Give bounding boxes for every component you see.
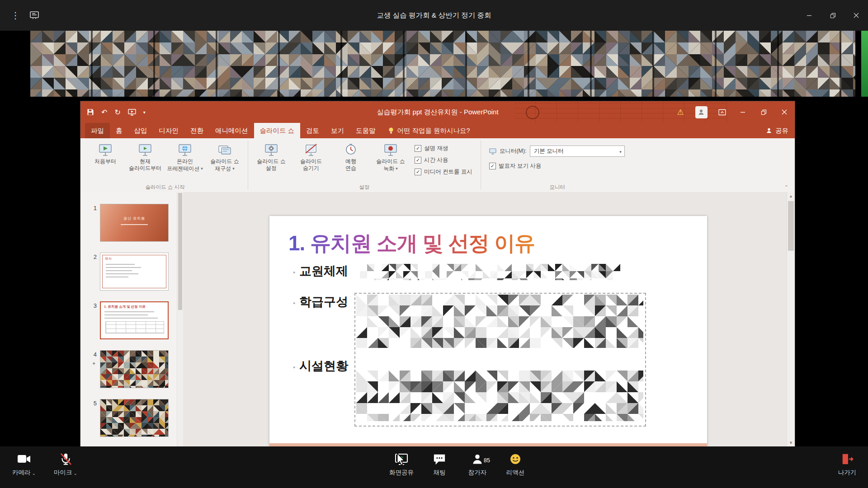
tab-review[interactable]: 검토 [300, 123, 325, 138]
thumbnail-textline [106, 270, 132, 271]
monitor-dropdown[interactable]: 기본 모니터 [530, 145, 625, 157]
present-online-icon [178, 142, 192, 158]
dropdown-arrow-icon [619, 148, 622, 155]
thumbnail-textline [106, 264, 135, 265]
from-beginning-button[interactable]: 처음부터 [86, 141, 125, 165]
slide-thumbnail-5[interactable] [100, 399, 169, 437]
checkbox-use-timings[interactable]: 시간 사용 [415, 156, 472, 164]
save-icon[interactable] [87, 108, 94, 116]
tab-file[interactable]: 파일 [85, 123, 110, 138]
present-online-button[interactable]: 온라인 프레젠테이션 [165, 141, 204, 172]
thumbnail-textline [104, 318, 158, 319]
slide-thumbnail-3[interactable]: 1. 유치원 소개 및 선정 이유 [100, 301, 169, 339]
slide-canvas[interactable]: 1. 유치원 소개 및 선정 이유 • 교원체제 • 학급구성 • 시설현황 ▲ [183, 192, 795, 446]
chevron-down-icon[interactable] [32, 469, 36, 476]
reactions-button[interactable]: 리액션 [496, 452, 534, 477]
tab-home[interactable]: 홈 [110, 123, 128, 138]
tab-insert[interactable]: 삽입 [128, 123, 153, 138]
participants-button[interactable]: 85 참가자 [458, 452, 496, 477]
leave-button[interactable]: 나가기 [831, 452, 863, 477]
tell-me-search[interactable]: 어떤 작업을 원하시나요? [382, 123, 476, 138]
from-current-slide-button[interactable]: 현재 슬라이드부터 [126, 141, 165, 172]
slide-bullet-1[interactable]: 교원체제 [299, 263, 348, 279]
bullet-marker: • [293, 268, 295, 276]
thumbnail-textline [106, 273, 138, 274]
group-label-start: 슬라이드 쇼 시작 [83, 183, 247, 192]
scroll-up-icon[interactable]: ▲ [787, 192, 795, 200]
monitor-icon [489, 148, 496, 155]
checkbox-show-media-controls[interactable]: 미디어 컨트롤 표시 [415, 168, 472, 176]
customize-qat-icon[interactable]: ▾ [143, 110, 146, 115]
tab-design[interactable]: 디자인 [153, 123, 185, 138]
participants-icon [471, 452, 484, 466]
share-button[interactable]: 공유 [766, 123, 788, 138]
tab-transitions[interactable]: 전환 [184, 123, 209, 138]
ppt-minimize-button[interactable] [732, 101, 753, 123]
slide-bullet-3[interactable]: 시설현황 [299, 358, 348, 374]
record-slideshow-icon [383, 142, 398, 158]
censored-content [356, 371, 643, 421]
setup-slideshow-button[interactable]: 슬라이드 쇼 설정 [252, 141, 291, 172]
ribbon-slideshow: 처음부터 현재 슬라이드부터 온라인 프레젠테이션 [80, 138, 795, 192]
close-button[interactable] [844, 0, 868, 31]
scrollbar-thumb[interactable] [788, 201, 794, 251]
share-screen-button[interactable]: 화면공유 [382, 452, 420, 477]
slide-editing-area[interactable]: 1. 유치원 소개 및 선정 이유 • 교원체제 • 학급구성 • 시설현황 [269, 216, 707, 446]
whiteboard-icon[interactable] [30, 11, 39, 19]
slide-number: 4✶ [80, 350, 100, 388]
ppt-close-button[interactable] [774, 101, 795, 123]
censored-table-selection[interactable] [354, 293, 646, 427]
slide-row-1: 1 경산 유치원 [80, 204, 183, 242]
bullet-marker: • [293, 299, 295, 307]
ribbon-display-options-icon[interactable] [712, 101, 732, 123]
warning-icon[interactable]: ⚠ [670, 101, 691, 123]
mic-button-muted[interactable]: 마이크 [48, 452, 83, 477]
account-avatar[interactable] [691, 101, 712, 123]
slide-title[interactable]: 1. 유치원 소개 및 선정 이유 [288, 230, 535, 258]
hide-slide-button[interactable]: 슬라이드 숨기기 [292, 141, 330, 172]
scroll-down-icon[interactable]: ▼ [787, 439, 795, 446]
dropdown-arrow-icon [396, 165, 398, 172]
undo-icon[interactable]: ↶ [101, 108, 107, 117]
participant-count-badge: 85 [484, 457, 490, 464]
slide-scrollbar[interactable]: ▲ ▼ [787, 192, 795, 446]
thumbnail-panel-scrollbar[interactable] [177, 192, 183, 446]
checkbox-play-narrations[interactable]: 설명 재생 [415, 145, 472, 152]
slide-thumbnail-4[interactable] [100, 350, 169, 388]
restore-button[interactable] [821, 0, 844, 31]
rehearse-timings-button[interactable]: 예행 연습 [331, 141, 370, 172]
record-slideshow-button[interactable]: 슬라이드 쇼 녹화 [371, 141, 410, 172]
monitor-label: 모니터(M): [500, 147, 527, 155]
thumbnail-textline [104, 314, 148, 315]
slide-number: 2 [80, 253, 100, 291]
chevron-down-icon[interactable] [74, 469, 77, 476]
participant-video-strip[interactable] [0, 31, 868, 97]
custom-slideshow-button[interactable]: 슬라이드 쇼 재구성 [205, 141, 244, 172]
from-current-slide-icon [138, 142, 152, 158]
slide-row-4: 4✶ [80, 350, 183, 388]
tab-slideshow[interactable]: 슬라이드 쇼 [254, 123, 301, 138]
tab-view[interactable]: 보기 [325, 123, 350, 138]
thumbnail-frame [102, 255, 166, 288]
slide-thumbnail-1[interactable]: 경산 유치원 [100, 204, 169, 242]
checkbox-presenter-view[interactable]: 발표자 보기 사용 [489, 162, 625, 170]
animation-star-icon: ✶ [92, 361, 96, 366]
participant-video-edge [861, 31, 868, 97]
minimize-button[interactable] [797, 0, 821, 31]
slide-number: 1 [80, 204, 100, 242]
start-slideshow-icon[interactable] [128, 109, 136, 116]
slide-thumbnail-2[interactable]: 목차 [100, 253, 169, 291]
setup-slideshow-icon [264, 142, 278, 158]
scrollbar-thumb[interactable] [178, 193, 182, 310]
tab-help[interactable]: 도움말 [350, 123, 382, 138]
menu-dots-icon[interactable]: ⋮ [11, 11, 20, 20]
collapse-ribbon-icon[interactable] [784, 184, 788, 190]
slide-bullet-2[interactable]: 학급구성 [299, 294, 348, 310]
tab-animations[interactable]: 애니메이션 [209, 123, 254, 138]
redo-icon[interactable]: ↻ [114, 108, 120, 117]
ppt-restore-button[interactable] [753, 101, 774, 123]
slide-footer-band [269, 443, 707, 446]
leave-icon [840, 452, 854, 466]
chat-button[interactable]: 채팅 [420, 452, 458, 477]
camera-button[interactable]: 카메라 [6, 452, 42, 477]
